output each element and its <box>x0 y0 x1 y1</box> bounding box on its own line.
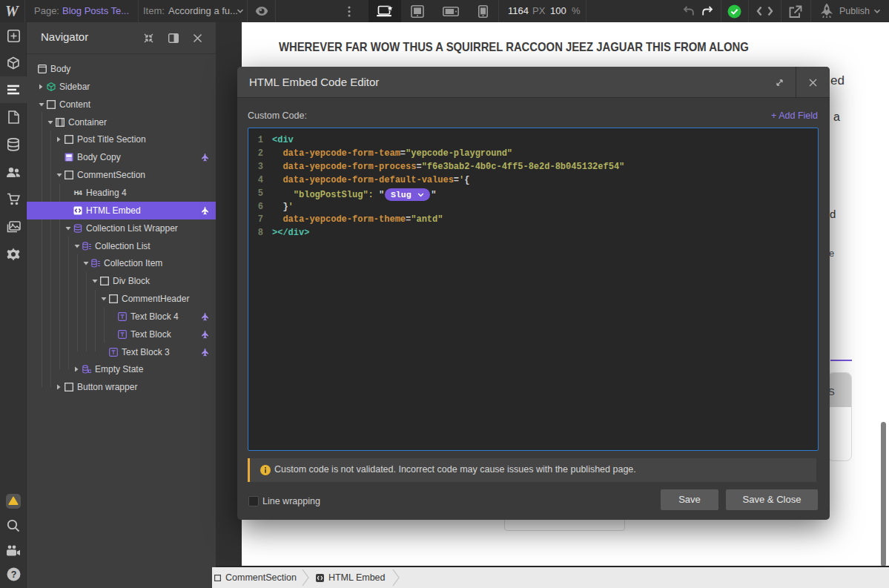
svg-text:?: ? <box>10 569 16 580</box>
